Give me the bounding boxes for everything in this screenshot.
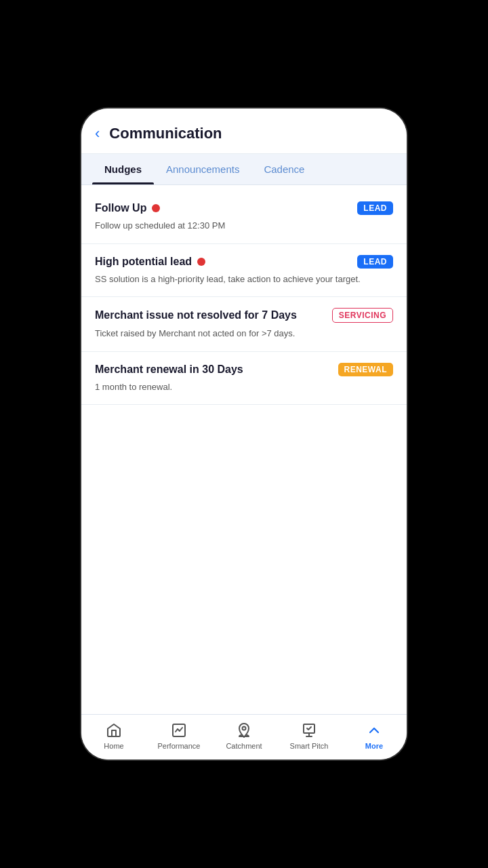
smart-pitch-icon — [300, 722, 318, 739]
bottom-nav: Home Performance Catchment — [81, 714, 407, 760]
nav-catchment-label: Catchment — [226, 742, 262, 750]
page-title: Communication — [109, 125, 222, 142]
nav-catchment[interactable]: Catchment — [211, 722, 277, 750]
svg-point-1 — [243, 727, 246, 730]
nav-home-label: Home — [104, 742, 123, 750]
nudge-title-3: Merchant issue not resolved for 7 Days — [95, 309, 297, 321]
nav-more[interactable]: More — [342, 722, 407, 750]
badge-servicing-3: SERVICING — [332, 308, 393, 323]
nudges-list: Follow Up LEAD Follow up scheduled at 12… — [81, 185, 407, 714]
nav-more-label: More — [365, 742, 383, 750]
header: ‹ Communication — [81, 108, 407, 154]
nav-performance[interactable]: Performance — [146, 722, 211, 750]
tab-announcements[interactable]: Announcements — [154, 154, 251, 184]
badge-lead-1: LEAD — [357, 201, 393, 215]
nudge-desc-1: Follow up scheduled at 12:30 PM — [95, 219, 393, 233]
performance-icon — [170, 722, 188, 739]
nudge-desc-3: Ticket raised by Merchant not acted on f… — [95, 327, 393, 340]
dot-indicator-2 — [197, 258, 205, 266]
more-icon — [365, 722, 383, 739]
nudge-title-1: Follow Up — [95, 202, 146, 214]
nudge-card-4[interactable]: Merchant renewal in 30 Days RENEWAL 1 mo… — [81, 352, 407, 406]
nav-home[interactable]: Home — [81, 722, 146, 750]
nudge-card-1[interactable]: Follow Up LEAD Follow up scheduled at 12… — [81, 191, 407, 244]
nudge-title-2: High potential lead — [95, 256, 192, 268]
nudge-desc-4: 1 month to renewal. — [95, 380, 393, 394]
nav-smart-pitch[interactable]: Smart Pitch — [277, 722, 342, 750]
badge-lead-2: LEAD — [357, 255, 393, 269]
nudge-desc-2: SS solution is a high-priority lead, tak… — [95, 273, 393, 286]
nav-smart-pitch-label: Smart Pitch — [290, 742, 329, 750]
back-button[interactable]: ‹ — [95, 126, 100, 141]
dot-indicator-1 — [152, 204, 160, 212]
home-icon — [105, 722, 123, 739]
catchment-icon — [235, 722, 253, 739]
nudge-card-2[interactable]: High potential lead LEAD SS solution is … — [81, 244, 407, 298]
phone-shell: ‹ Communication Nudges Announcements Cad… — [81, 108, 407, 760]
nudge-title-4: Merchant renewal in 30 Days — [95, 363, 243, 376]
tab-nudges[interactable]: Nudges — [92, 154, 154, 184]
nudge-card-3[interactable]: Merchant issue not resolved for 7 Days S… — [81, 297, 407, 352]
tab-bar: Nudges Announcements Cadence — [81, 154, 407, 185]
nav-performance-label: Performance — [158, 742, 201, 750]
tab-cadence[interactable]: Cadence — [251, 154, 317, 184]
badge-renewal-4: RENEWAL — [338, 363, 394, 376]
